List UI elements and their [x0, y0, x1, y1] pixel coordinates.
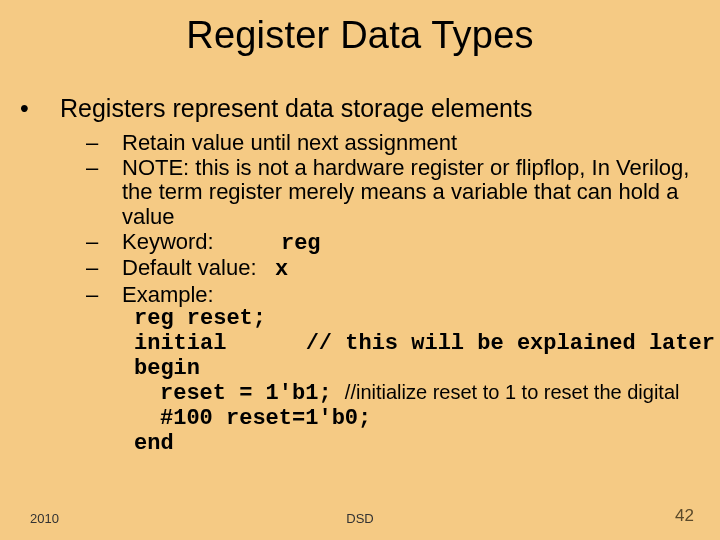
sub2-text: NOTE: this is not a hardware register or…	[122, 155, 689, 229]
bullet-level1: •Registers represent data storage elemen…	[60, 94, 696, 123]
example-label: Example:	[122, 282, 214, 307]
keyword-label: Keyword:	[122, 229, 214, 254]
sub-item-2: –NOTE: this is not a hardware register o…	[122, 156, 696, 230]
code2a: initial	[134, 331, 226, 356]
slide: Register Data Types •Registers represent…	[0, 0, 720, 540]
slide-title: Register Data Types	[0, 0, 720, 57]
code4a: reset = 1'b1;	[134, 382, 332, 407]
code-line-2: initial // this will be explained later	[134, 332, 696, 357]
sub-item-example: –Example:	[122, 283, 696, 308]
slide-body: •Registers represent data storage elemen…	[0, 94, 720, 456]
code-line-1: reg reset;	[134, 307, 696, 332]
code-line-5: #100 reset=1'b0;	[134, 407, 696, 432]
dash-icon: –	[104, 131, 122, 156]
code-line-3: begin	[134, 357, 696, 382]
sub1-text: Retain value until next assignment	[122, 130, 457, 155]
dash-icon: –	[104, 256, 122, 281]
bullet-dot-icon: •	[40, 94, 60, 123]
dash-icon: –	[104, 283, 122, 308]
code-line-4: reset = 1'b1; //initialize reset to 1 to…	[134, 381, 696, 407]
default-code: x	[275, 257, 288, 282]
bullet1-text: Registers represent data storage element…	[60, 94, 532, 122]
dash-icon: –	[104, 230, 122, 255]
code5: #100 reset=1'b0;	[134, 407, 371, 432]
code-block: reg reset; initial // this will be expla…	[134, 307, 696, 456]
default-label: Default value:	[122, 255, 257, 280]
code2b-comment: // this will be explained later	[306, 331, 715, 356]
code4b-comment: //initialize reset to 1 to reset the dig…	[345, 381, 680, 403]
keyword-code: reg	[281, 231, 321, 256]
dash-icon: –	[104, 156, 122, 181]
footer-page-number: 42	[675, 506, 694, 526]
sub-item-default: –Default value: x	[122, 256, 696, 283]
sub-list: –Retain value until next assignment –NOT…	[104, 131, 696, 307]
sub-item-keyword: –Keyword: reg	[122, 230, 696, 257]
sub-item-1: –Retain value until next assignment	[122, 131, 696, 156]
footer-center: DSD	[0, 511, 720, 526]
code-line-6: end	[134, 432, 696, 457]
